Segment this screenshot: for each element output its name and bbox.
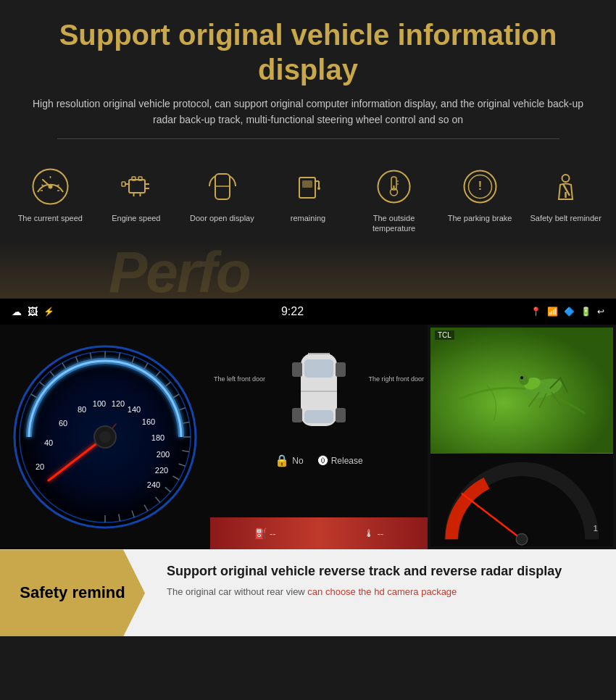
icon-label-speed: The current speed xyxy=(18,213,83,223)
safety-desc-highlight: can choose the hd camera package xyxy=(307,586,457,597)
svg-point-91 xyxy=(519,375,529,386)
svg-point-92 xyxy=(520,377,523,380)
right-gauge: 1 xyxy=(430,454,613,547)
svg-rect-84 xyxy=(292,408,302,422)
svg-rect-10 xyxy=(138,177,142,180)
svg-text:100: 100 xyxy=(93,399,106,408)
left-door-label: The left front door xyxy=(214,375,265,383)
svg-point-2 xyxy=(48,185,52,189)
svg-text:220: 220 xyxy=(155,466,168,475)
icon-item-temp: The outside temperature xyxy=(354,165,434,234)
safety-desc-part1: The original car without rear view xyxy=(167,586,307,597)
icon-item-door: Door open display xyxy=(182,165,262,223)
icon-item-fuel: remaining xyxy=(268,165,348,223)
icon-item-engine: Engine speed xyxy=(96,165,176,223)
status-right: 📍 📶 🔷 🔋 ↩ xyxy=(530,307,604,317)
cloud-icon: ☁ xyxy=(12,306,22,317)
top-section: Support original vehicle information dis… xyxy=(0,0,616,151)
fuel-icon xyxy=(286,165,330,209)
status-time: 9:22 xyxy=(281,305,304,318)
svg-rect-12 xyxy=(122,182,125,186)
divider xyxy=(57,138,559,139)
bluetooth-icon: 🔷 xyxy=(564,307,575,317)
icon-label-belt: Safety belt reminder xyxy=(530,213,601,223)
icons-section: The current speed Engine speed xyxy=(0,151,616,241)
svg-point-101 xyxy=(516,533,528,545)
temp-item: 🌡 -- xyxy=(364,528,383,539)
icon-label-temp: The outside temperature xyxy=(354,213,434,234)
door-icon xyxy=(200,165,244,209)
svg-text:80: 80 xyxy=(78,405,86,414)
icon-label-engine: Engine speed xyxy=(112,213,160,223)
charging-icon: ⚡ xyxy=(43,307,54,317)
icon-label-brake: The parking brake xyxy=(448,213,512,223)
svg-text:60: 60 xyxy=(59,419,67,428)
svg-text:1: 1 xyxy=(594,522,598,532)
svg-rect-81 xyxy=(304,410,333,423)
icon-item-brake: ! The parking brake xyxy=(440,165,520,223)
svg-point-33 xyxy=(562,175,570,182)
speedometer-area: 20 40 60 80 100 120 140 160 180 200 220 … xyxy=(0,325,210,549)
back-icon[interactable]: ↩ xyxy=(597,307,604,317)
safety-content: Support original vehicle reverse track a… xyxy=(145,549,616,636)
svg-text:20: 20 xyxy=(36,462,44,471)
icon-item-speed: The current speed xyxy=(10,165,90,223)
svg-text:120: 120 xyxy=(112,399,125,408)
status-bar: ☁ 🖼 ⚡ 9:22 📍 📶 🔷 🔋 ↩ xyxy=(0,299,616,325)
safety-desc: The original car without rear view can c… xyxy=(167,585,594,599)
svg-line-5 xyxy=(41,185,43,186)
bottom-bar: ⛽ -- 🌡 -- xyxy=(210,517,428,549)
status-left: ☁ 🖼 ⚡ xyxy=(12,306,54,317)
safety-label-text: Safety remind xyxy=(20,583,125,602)
seatbelt-indicator: 🔒 No xyxy=(275,454,303,467)
svg-text:240: 240 xyxy=(147,480,160,489)
svg-rect-85 xyxy=(336,408,346,422)
car-top-view xyxy=(279,339,359,448)
speedometer-svg: 20 40 60 80 100 120 140 160 180 200 220 … xyxy=(11,343,199,531)
brake-icon: ! xyxy=(458,165,501,209)
belt-icon xyxy=(544,165,588,209)
svg-text:180: 180 xyxy=(151,433,165,442)
dashboard: 20 40 60 80 100 120 140 160 180 200 220 … xyxy=(0,325,616,549)
svg-rect-9 xyxy=(132,177,136,180)
svg-text:!: ! xyxy=(478,180,481,192)
camera-image xyxy=(430,328,613,453)
sub-description: High resolution original vehicle protoco… xyxy=(29,96,587,128)
wifi-icon: 📶 xyxy=(547,307,558,317)
safety-label-badge: Safety remind xyxy=(0,549,145,636)
brake-indicator: ⓿ Release xyxy=(318,455,363,467)
svg-text:160: 160 xyxy=(142,417,155,426)
fuel-item: ⛽ -- xyxy=(254,528,276,539)
android-screen: ☁ 🖼 ⚡ 9:22 📍 📶 🔷 🔋 ↩ xyxy=(0,299,616,549)
svg-text:140: 140 xyxy=(128,405,141,414)
svg-rect-8 xyxy=(129,180,145,193)
location-icon: 📍 xyxy=(530,307,541,317)
svg-line-7 xyxy=(57,185,59,186)
center-panel: The left front door The right front door… xyxy=(210,325,428,549)
speedometer-icon xyxy=(28,165,72,209)
svg-point-23 xyxy=(317,187,320,190)
icon-label-fuel: remaining xyxy=(291,213,325,223)
svg-point-53 xyxy=(99,431,111,443)
svg-rect-88 xyxy=(430,328,613,453)
svg-text:200: 200 xyxy=(157,450,170,459)
svg-rect-82 xyxy=(292,362,302,377)
battery-icon: 🔋 xyxy=(580,307,591,317)
main-title: Support original vehicle information dis… xyxy=(29,17,587,87)
safety-section: Safety remind Support original vehicle r… xyxy=(0,549,616,636)
svg-rect-20 xyxy=(302,180,312,188)
right-door-label: The right front door xyxy=(368,375,424,383)
svg-text:40: 40 xyxy=(44,438,53,447)
icon-item-belt: Safety belt reminder xyxy=(526,165,606,223)
thermometer-icon xyxy=(372,165,416,209)
icon-label-door: Door open display xyxy=(190,213,254,223)
engine-icon xyxy=(115,165,158,209)
bg-section xyxy=(0,241,616,299)
image-icon: 🖼 xyxy=(28,306,38,317)
safety-title: Support original vehicle reverse track a… xyxy=(167,564,594,579)
tcl-label: TCL xyxy=(435,330,454,340)
camera-panel: TCL xyxy=(428,325,616,549)
svg-rect-83 xyxy=(336,362,346,377)
